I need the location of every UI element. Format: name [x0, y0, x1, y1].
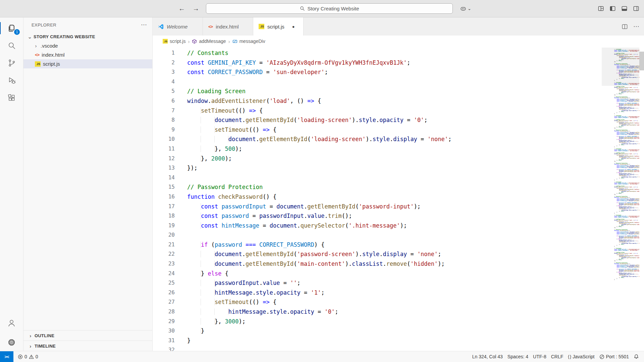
cursor-position[interactable]: Ln 324, Col 43: [470, 351, 505, 362]
timeline-label: TIMELINE: [35, 344, 56, 349]
tab-index-html[interactable]: <> index.html: [203, 17, 253, 36]
js-file-icon: JS: [35, 61, 41, 67]
split-editor-icon[interactable]: [622, 23, 628, 30]
code-line[interactable]: 8 document.getElementById('loading-scree…: [153, 115, 600, 125]
language-indicator[interactable]: { } JavaScript: [566, 351, 597, 362]
modified-dot-icon[interactable]: ●: [292, 24, 295, 29]
activity-bar: 1: [0, 17, 23, 351]
code-line[interactable]: 32: [153, 345, 600, 351]
activity-run-debug[interactable]: [0, 72, 23, 89]
activity-extensions[interactable]: [0, 89, 23, 107]
breadcrumb-label: addMessage: [199, 39, 226, 44]
line-number: 14: [153, 173, 175, 183]
code-line[interactable]: 31}: [153, 336, 600, 346]
toggle-secondary-sidebar-icon[interactable]: [633, 5, 639, 12]
chevron-right-icon: ›: [34, 43, 38, 49]
encoding-indicator[interactable]: UTF-8: [531, 351, 549, 362]
customize-layout-icon[interactable]: [598, 5, 604, 12]
line-number: 6: [153, 96, 175, 106]
activity-source-control[interactable]: [0, 54, 23, 72]
code-line[interactable]: 6window.addEventListener('load', () => {: [153, 96, 600, 106]
back-icon[interactable]: ←: [177, 5, 186, 12]
line-number: 3: [153, 67, 175, 77]
more-actions-icon[interactable]: ⋯: [633, 23, 639, 30]
eol-indicator[interactable]: CRLF: [549, 351, 566, 362]
notifications-bell[interactable]: [631, 351, 641, 362]
vertical-scrollbar[interactable]: [639, 47, 644, 351]
main-area: 1 EXPLORER ⋯: [0, 17, 644, 351]
line-number: 16: [153, 192, 175, 202]
line-number: 23: [153, 259, 175, 269]
tab-script-js[interactable]: JS script.js ●: [253, 17, 304, 36]
project-root-row[interactable]: ⌄ STORY CREATING WEBSITE: [23, 32, 152, 41]
js-file-icon: JS: [163, 39, 168, 44]
debug-icon: [7, 76, 16, 85]
code-line[interactable]: 15// Password Protection: [153, 182, 600, 192]
line-number: 9: [153, 125, 175, 135]
line-number: 7: [153, 106, 175, 116]
command-center-search[interactable]: Story Creating Website: [206, 3, 453, 14]
code-line[interactable]: 13});: [153, 163, 600, 173]
toggle-panel-icon[interactable]: [621, 5, 628, 12]
bell-icon: [634, 354, 639, 359]
code-line[interactable]: 25 passwordInput.value = '';: [153, 278, 600, 288]
code-line[interactable]: 17 const passwordInput = document.getEle…: [153, 202, 600, 212]
code-line[interactable]: 16function checkPassword() {: [153, 192, 600, 202]
tree-item-index-html[interactable]: <> index.html: [23, 50, 152, 59]
tab-welcome[interactable]: Welcome: [153, 17, 203, 36]
breadcrumb-file[interactable]: JS script.js: [163, 39, 185, 44]
outline-section[interactable]: › OUTLINE: [23, 330, 152, 341]
code-area[interactable]: 1// Constants2const GEMINI_API_KEY = 'AI…: [153, 47, 600, 351]
explorer-actions-icon[interactable]: ⋯: [141, 21, 147, 28]
timeline-section[interactable]: › TIMELINE: [23, 341, 152, 351]
line-number: 22: [153, 249, 175, 259]
html-file-icon: <>: [35, 52, 39, 57]
minimap-slider[interactable]: [602, 48, 639, 86]
code-line[interactable]: 1// Constants: [153, 48, 600, 58]
code-line[interactable]: 20: [153, 230, 600, 240]
forward-icon[interactable]: →: [191, 5, 201, 12]
code-line[interactable]: 30 }: [153, 326, 600, 336]
status-right: Ln 324, Col 43 Spaces: 4 UTF-8 CRLF { } …: [470, 351, 641, 362]
code-line[interactable]: 9 setTimeout(() => {: [153, 125, 600, 135]
remote-indicator[interactable]: ><: [0, 351, 13, 362]
indentation-indicator[interactable]: Spaces: 4: [505, 351, 531, 362]
code-line[interactable]: 28 hintMessage.style.opacity = '0';: [153, 307, 600, 317]
code-line[interactable]: 23 document.getElementById('main-content…: [153, 259, 600, 269]
code-line[interactable]: 19 const hintMessage = document.querySel…: [153, 221, 600, 231]
live-server-port[interactable]: Port : 5501: [597, 351, 632, 362]
code-line[interactable]: 5// Loading Screen: [153, 86, 600, 96]
code-line[interactable]: 12 }, 2000);: [153, 154, 600, 164]
chevron-right-icon: ›: [228, 39, 230, 44]
activity-settings[interactable]: [0, 334, 23, 351]
scrollbar-thumb[interactable]: [639, 52, 644, 70]
line-number: 30: [153, 326, 175, 336]
vscode-window: ← → Story Creating Website ⌄ 1: [0, 0, 644, 362]
code-line[interactable]: 4: [153, 77, 600, 87]
code-line[interactable]: 2const GEMINI_API_KEY = 'AIzaSyDyXv8qdrm…: [153, 58, 600, 68]
code-line[interactable]: 11 }, 500);: [153, 144, 600, 154]
code-line[interactable]: 18 const password = passwordInput.value.…: [153, 211, 600, 221]
code-line[interactable]: 3const CORRECT_PASSWORD = 'sun-developer…: [153, 67, 600, 77]
tree-item-vscode-folder[interactable]: › .vscode: [23, 41, 152, 50]
tree-item-script-js[interactable]: JS script.js: [23, 59, 152, 68]
status-bar: >< 0 0 Ln 324, Col 43 Spaces: 4 UTF-8 CR…: [0, 351, 644, 362]
code-line[interactable]: 27 setTimeout(() => {: [153, 297, 600, 307]
code-line[interactable]: 29 }, 3000);: [153, 317, 600, 326]
activity-explorer[interactable]: 1: [0, 19, 23, 37]
code-line[interactable]: 26 hintMessage.style.opacity = '1';: [153, 288, 600, 298]
toggle-primary-sidebar-icon[interactable]: [609, 5, 616, 12]
breadcrumb-symbol-messageDiv[interactable]: messageDiv: [232, 39, 265, 44]
code-line[interactable]: 21 if (password === CORRECT_PASSWORD) {: [153, 240, 600, 250]
circle-slash-icon: [599, 354, 604, 359]
code-line[interactable]: 7 setTimeout(() => {: [153, 106, 600, 116]
breadcrumb-symbol-addMessage[interactable]: addMessage: [192, 39, 226, 44]
code-line[interactable]: 14: [153, 173, 600, 183]
problems-indicator[interactable]: 0 0: [15, 351, 41, 362]
copilot-menu[interactable]: ⌄: [460, 5, 471, 12]
activity-search[interactable]: [0, 37, 23, 54]
code-line[interactable]: 22 document.getElementById('password-scr…: [153, 249, 600, 259]
code-line[interactable]: 24 } else {: [153, 269, 600, 279]
activity-account[interactable]: [0, 314, 23, 331]
code-line[interactable]: 10 document.getElementById('loading-scre…: [153, 134, 600, 144]
